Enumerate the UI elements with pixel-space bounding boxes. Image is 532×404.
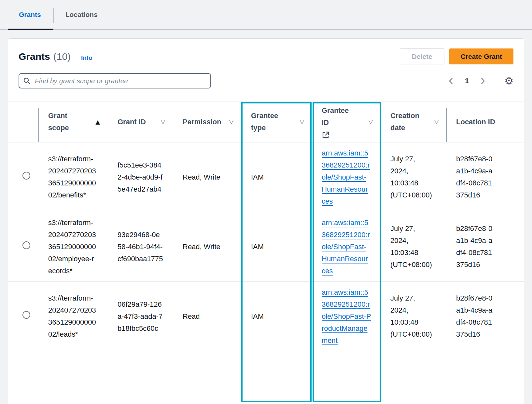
grants-panel: Grants (10) Info Delete Create Grant: [8, 38, 524, 404]
grantee-id-link[interactable]: arn:aws:iam::536829251200:role/ShopFast-…: [322, 219, 370, 275]
header-creation-date[interactable]: Creation date ▽: [381, 101, 446, 142]
cell-grant-id: 93e29468-0e58-46b1-94f4-cf690baa1775: [108, 212, 173, 281]
cell-grant-id: 06f29a79-126a-47f3-aada-7b18fbc5c60c: [108, 281, 173, 351]
cell-grant-id: f5c51ee3-3842-4d5e-a0d9-f5e47ed27ab4: [108, 142, 173, 212]
cell-select: [8, 281, 38, 351]
tab-locations-label: Locations: [65, 11, 98, 19]
cell-grant-scope: s3://terraform-2024072702033651290000000…: [38, 281, 108, 351]
cell-grantee-id: arn:aws:iam::536829251200:role/ShopFast-…: [312, 142, 381, 212]
next-page-button[interactable]: [477, 75, 488, 87]
external-link-icon: [322, 131, 353, 139]
cell-creation-date: July 27, 2024, 10:03:48 (UTC+08:00): [381, 281, 446, 351]
settings-gear-icon[interactable]: ⚙: [504, 76, 513, 86]
create-grant-button[interactable]: Create Grant: [449, 48, 513, 64]
s3-access-grants-screen: Grants Locations Grants (10) Info Delete…: [0, 0, 532, 404]
cell-grantee-id: arn:aws:iam::536829251200:role/ShopFast-…: [312, 212, 381, 281]
grantee-id-link[interactable]: arn:aws:iam::536829251200:role/ShopFast-…: [322, 288, 371, 344]
cell-creation-date: July 27, 2024, 10:03:48 (UTC+08:00): [381, 212, 446, 281]
sort-down-icon[interactable]: ▽: [434, 118, 439, 125]
cell-grantee-id: arn:aws:iam::536829251200:role/ShopFast-…: [312, 281, 381, 351]
cell-select: [8, 142, 38, 212]
cell-permission: Read, Write: [173, 142, 241, 212]
search-icon: [23, 77, 31, 85]
grantee-id-link[interactable]: arn:aws:iam::536829251200:role/ShopFast-…: [322, 149, 370, 205]
header-permission[interactable]: Permission ▽: [173, 101, 241, 142]
row-separator: [8, 403, 524, 403]
sort-down-icon[interactable]: ▽: [300, 118, 304, 125]
panel-header: Grants (10) Info Delete Create Grant: [8, 39, 524, 101]
tab-locations[interactable]: Locations: [54, 0, 109, 29]
cell-grant-scope: s3://terraform-2024072702033651290000000…: [38, 212, 108, 281]
grants-count: (10): [53, 51, 71, 62]
cell-grantee-type: IAM: [241, 212, 312, 281]
tab-grants-label: Grants: [19, 11, 41, 19]
table-row: s3://terraform-2024072702033651290000000…: [8, 281, 524, 351]
search-box: [19, 73, 211, 88]
row-radio[interactable]: [22, 241, 30, 249]
sort-down-icon[interactable]: ▽: [161, 118, 165, 125]
cell-grantee-type: IAM: [241, 281, 312, 351]
table-row: s3://terraform-2024072702033651290000000…: [8, 212, 524, 281]
cell-creation-date: July 27, 2024, 10:03:48 (UTC+08:00): [381, 142, 446, 212]
cell-permission: Read, Write: [173, 212, 241, 281]
header-grantee-type[interactable]: Grantee type ▽: [241, 101, 312, 142]
cell-grantee-type: IAM: [241, 142, 312, 212]
row-radio[interactable]: [22, 311, 30, 319]
sort-ascending-icon[interactable]: ▲: [95, 118, 100, 125]
search-input[interactable]: [19, 73, 211, 88]
info-link[interactable]: Info: [81, 54, 92, 61]
cell-location-id: b28f67e8-0a1b-4c9a-adf4-08c781375d16: [446, 142, 524, 212]
grants-table-wrap: Grant scope ▲ Grant ID ▽: [8, 101, 524, 351]
sort-down-icon[interactable]: ▽: [229, 118, 233, 125]
delete-button[interactable]: Delete: [400, 48, 444, 64]
header-grantee-id[interactable]: Grantee ID ▽: [312, 101, 381, 142]
cell-grant-scope: s3://terraform-2024072702033651290000000…: [38, 142, 108, 212]
header-grant-id[interactable]: Grant ID ▽: [108, 101, 173, 142]
table-row: s3://terraform-2024072702033651290000000…: [8, 142, 524, 212]
grants-table: Grant scope ▲ Grant ID ▽: [8, 101, 524, 351]
current-page-number[interactable]: 1: [465, 77, 469, 85]
row-radio[interactable]: [22, 172, 30, 180]
cell-permission: Read: [173, 281, 241, 351]
previous-page-button[interactable]: [445, 75, 457, 87]
sort-down-icon[interactable]: ▽: [369, 118, 373, 125]
header-grant-scope[interactable]: Grant scope ▲: [38, 101, 108, 142]
cell-location-id: b28f67e8-0a1b-4c9a-adf4-08c781375d16: [446, 212, 524, 281]
pagination: 1 ⚙: [445, 74, 513, 88]
table-header-row: Grant scope ▲ Grant ID ▽: [8, 101, 524, 142]
pager-divider: [497, 74, 497, 88]
cell-select: [8, 212, 38, 281]
tab-grants[interactable]: Grants: [8, 0, 53, 29]
header-location-id: Location ID: [446, 101, 524, 142]
page-title: Grants: [19, 51, 50, 62]
cell-location-id: b28f67e8-0a1b-4c9a-adf4-08c781375d16: [446, 281, 524, 351]
select-all-header-cell: [8, 101, 38, 142]
tab-bar: Grants Locations: [0, 0, 532, 30]
